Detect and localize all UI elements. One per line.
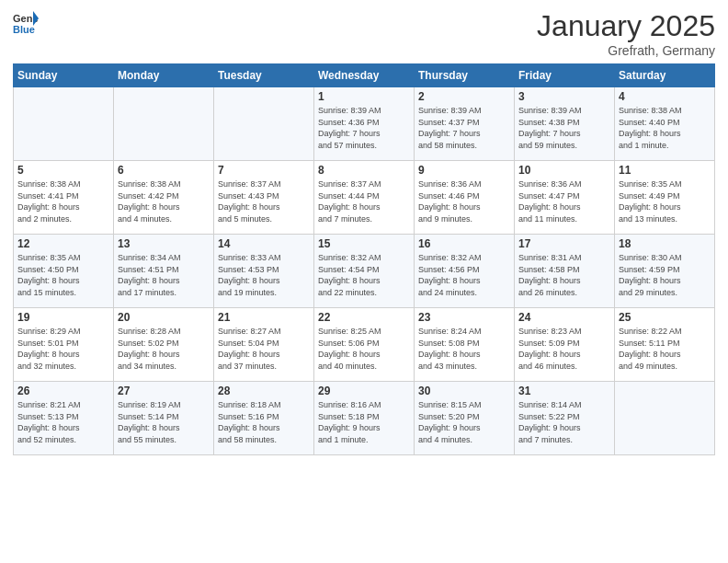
weekday-header-monday: Monday xyxy=(114,64,214,87)
calendar-cell: 21Sunrise: 8:27 AM Sunset: 5:04 PM Dayli… xyxy=(214,308,314,382)
day-info: Sunrise: 8:34 AM Sunset: 4:51 PM Dayligh… xyxy=(118,252,210,298)
day-number: 16 xyxy=(418,237,510,250)
day-info: Sunrise: 8:22 AM Sunset: 5:11 PM Dayligh… xyxy=(619,326,711,372)
day-number: 10 xyxy=(518,164,610,177)
day-number: 30 xyxy=(418,385,510,397)
calendar-cell: 12Sunrise: 8:35 AM Sunset: 4:50 PM Dayli… xyxy=(14,235,114,308)
weekday-header-sunday: Sunday xyxy=(14,64,114,87)
day-number: 19 xyxy=(17,311,109,324)
day-info: Sunrise: 8:15 AM Sunset: 5:20 PM Dayligh… xyxy=(418,399,510,445)
calendar-cell: 3Sunrise: 8:39 AM Sunset: 4:38 PM Daylig… xyxy=(515,87,615,161)
weekday-header-tuesday: Tuesday xyxy=(214,64,314,87)
calendar-cell: 29Sunrise: 8:16 AM Sunset: 5:18 PM Dayli… xyxy=(314,382,415,455)
calendar-cell: 2Sunrise: 8:39 AM Sunset: 4:37 PM Daylig… xyxy=(415,87,515,161)
day-info: Sunrise: 8:35 AM Sunset: 4:50 PM Dayligh… xyxy=(17,252,109,298)
location: Grefrath, Germany xyxy=(537,43,715,58)
calendar-cell xyxy=(14,87,114,161)
logo-icon: General Blue xyxy=(13,9,39,35)
day-number: 1 xyxy=(318,90,410,103)
day-number: 27 xyxy=(118,385,210,397)
day-number: 7 xyxy=(218,164,310,177)
calendar-cell: 23Sunrise: 8:24 AM Sunset: 5:08 PM Dayli… xyxy=(415,308,515,382)
day-number: 22 xyxy=(318,311,410,324)
week-row-2: 5Sunrise: 8:38 AM Sunset: 4:41 PM Daylig… xyxy=(14,161,715,235)
calendar-cell: 30Sunrise: 8:15 AM Sunset: 5:20 PM Dayli… xyxy=(415,382,515,455)
calendar-cell: 28Sunrise: 8:18 AM Sunset: 5:16 PM Dayli… xyxy=(214,382,314,455)
day-info: Sunrise: 8:35 AM Sunset: 4:49 PM Dayligh… xyxy=(619,178,711,224)
weekday-header-wednesday: Wednesday xyxy=(314,64,415,87)
day-info: Sunrise: 8:38 AM Sunset: 4:40 PM Dayligh… xyxy=(619,105,711,151)
day-info: Sunrise: 8:38 AM Sunset: 4:42 PM Dayligh… xyxy=(118,178,210,224)
day-number: 9 xyxy=(418,164,510,177)
day-number: 14 xyxy=(218,237,310,250)
day-info: Sunrise: 8:28 AM Sunset: 5:02 PM Dayligh… xyxy=(118,326,210,372)
calendar-cell xyxy=(114,87,214,161)
weekday-header-friday: Friday xyxy=(515,64,615,87)
day-number: 20 xyxy=(118,311,210,324)
weekday-header-row: SundayMondayTuesdayWednesdayThursdayFrid… xyxy=(14,64,715,87)
day-info: Sunrise: 8:39 AM Sunset: 4:36 PM Dayligh… xyxy=(318,105,410,151)
calendar-cell: 19Sunrise: 8:29 AM Sunset: 5:01 PM Dayli… xyxy=(14,308,114,382)
calendar-cell: 8Sunrise: 8:37 AM Sunset: 4:44 PM Daylig… xyxy=(314,161,415,235)
calendar-cell: 31Sunrise: 8:14 AM Sunset: 5:22 PM Dayli… xyxy=(515,382,615,455)
day-number: 24 xyxy=(518,311,610,324)
calendar-cell: 24Sunrise: 8:23 AM Sunset: 5:09 PM Dayli… xyxy=(515,308,615,382)
day-number: 18 xyxy=(619,237,711,250)
calendar-cell: 14Sunrise: 8:33 AM Sunset: 4:53 PM Dayli… xyxy=(214,235,314,308)
day-number: 23 xyxy=(418,311,510,324)
day-number: 5 xyxy=(17,164,109,177)
weekday-header-thursday: Thursday xyxy=(415,64,515,87)
day-number: 17 xyxy=(518,237,610,250)
calendar-cell: 25Sunrise: 8:22 AM Sunset: 5:11 PM Dayli… xyxy=(615,308,715,382)
calendar-cell: 26Sunrise: 8:21 AM Sunset: 5:13 PM Dayli… xyxy=(14,382,114,455)
calendar-cell xyxy=(214,87,314,161)
day-number: 31 xyxy=(518,385,610,397)
day-number: 28 xyxy=(218,385,310,397)
day-info: Sunrise: 8:18 AM Sunset: 5:16 PM Dayligh… xyxy=(218,399,310,445)
header: General Blue January 2025 Grefrath, Germ… xyxy=(13,9,715,58)
week-row-5: 26Sunrise: 8:21 AM Sunset: 5:13 PM Dayli… xyxy=(14,382,715,455)
day-info: Sunrise: 8:19 AM Sunset: 5:14 PM Dayligh… xyxy=(118,399,210,445)
calendar-cell: 11Sunrise: 8:35 AM Sunset: 4:49 PM Dayli… xyxy=(615,161,715,235)
calendar-cell: 10Sunrise: 8:36 AM Sunset: 4:47 PM Dayli… xyxy=(515,161,615,235)
day-number: 13 xyxy=(118,237,210,250)
calendar-cell xyxy=(615,382,715,455)
calendar-cell: 20Sunrise: 8:28 AM Sunset: 5:02 PM Dayli… xyxy=(114,308,214,382)
calendar-cell: 13Sunrise: 8:34 AM Sunset: 4:51 PM Dayli… xyxy=(114,235,214,308)
day-info: Sunrise: 8:16 AM Sunset: 5:18 PM Dayligh… xyxy=(318,399,410,445)
day-info: Sunrise: 8:30 AM Sunset: 4:59 PM Dayligh… xyxy=(619,252,711,298)
day-info: Sunrise: 8:24 AM Sunset: 5:08 PM Dayligh… xyxy=(418,326,510,372)
calendar-cell: 15Sunrise: 8:32 AM Sunset: 4:54 PM Dayli… xyxy=(314,235,415,308)
calendar-cell: 6Sunrise: 8:38 AM Sunset: 4:42 PM Daylig… xyxy=(114,161,214,235)
calendar-cell: 4Sunrise: 8:38 AM Sunset: 4:40 PM Daylig… xyxy=(615,87,715,161)
day-info: Sunrise: 8:14 AM Sunset: 5:22 PM Dayligh… xyxy=(518,399,610,445)
day-info: Sunrise: 8:29 AM Sunset: 5:01 PM Dayligh… xyxy=(17,326,109,372)
day-info: Sunrise: 8:32 AM Sunset: 4:56 PM Dayligh… xyxy=(418,252,510,298)
day-info: Sunrise: 8:39 AM Sunset: 4:37 PM Dayligh… xyxy=(418,105,510,151)
calendar-cell: 7Sunrise: 8:37 AM Sunset: 4:43 PM Daylig… xyxy=(214,161,314,235)
calendar-cell: 22Sunrise: 8:25 AM Sunset: 5:06 PM Dayli… xyxy=(314,308,415,382)
day-info: Sunrise: 8:33 AM Sunset: 4:53 PM Dayligh… xyxy=(218,252,310,298)
logo: General Blue xyxy=(13,9,40,35)
day-number: 6 xyxy=(118,164,210,177)
day-info: Sunrise: 8:21 AM Sunset: 5:13 PM Dayligh… xyxy=(17,399,109,445)
day-number: 12 xyxy=(17,237,109,250)
week-row-3: 12Sunrise: 8:35 AM Sunset: 4:50 PM Dayli… xyxy=(14,235,715,308)
day-info: Sunrise: 8:23 AM Sunset: 5:09 PM Dayligh… xyxy=(518,326,610,372)
day-info: Sunrise: 8:36 AM Sunset: 4:46 PM Dayligh… xyxy=(418,178,510,224)
calendar-cell: 18Sunrise: 8:30 AM Sunset: 4:59 PM Dayli… xyxy=(615,235,715,308)
day-number: 4 xyxy=(619,90,711,103)
calendar-cell: 16Sunrise: 8:32 AM Sunset: 4:56 PM Dayli… xyxy=(415,235,515,308)
week-row-1: 1Sunrise: 8:39 AM Sunset: 4:36 PM Daylig… xyxy=(14,87,715,161)
day-number: 21 xyxy=(218,311,310,324)
day-info: Sunrise: 8:37 AM Sunset: 4:43 PM Dayligh… xyxy=(218,178,310,224)
day-number: 8 xyxy=(318,164,410,177)
day-info: Sunrise: 8:37 AM Sunset: 4:44 PM Dayligh… xyxy=(318,178,410,224)
day-info: Sunrise: 8:32 AM Sunset: 4:54 PM Dayligh… xyxy=(318,252,410,298)
day-number: 3 xyxy=(518,90,610,103)
day-number: 15 xyxy=(318,237,410,250)
weekday-header-saturday: Saturday xyxy=(615,64,715,87)
day-info: Sunrise: 8:27 AM Sunset: 5:04 PM Dayligh… xyxy=(218,326,310,372)
svg-text:Blue: Blue xyxy=(13,24,35,35)
page-container: General Blue January 2025 Grefrath, Germ… xyxy=(0,0,728,461)
